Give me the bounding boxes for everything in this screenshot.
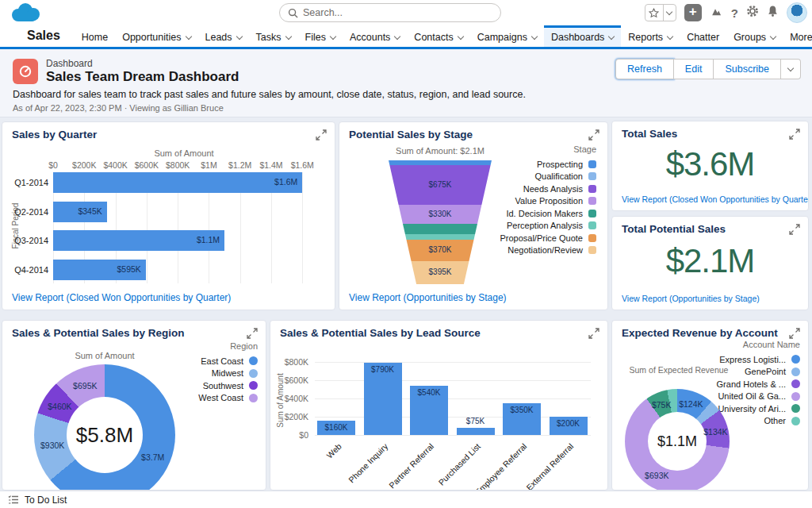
legend-label: Other	[764, 416, 786, 425]
funnel-value-label: $675K	[389, 180, 492, 189]
expand-icon[interactable]	[247, 328, 258, 339]
bar-value-label: $345K	[78, 206, 102, 216]
legend-item-united-oil-ga: United Oil & Ga...	[717, 391, 800, 403]
edit-button[interactable]: Edit	[674, 59, 714, 79]
tab-dashboards[interactable]: Dashboards	[544, 25, 621, 47]
legend-swatch	[249, 381, 258, 390]
legend-item-qualification: Qualification	[500, 171, 596, 183]
tab-label: Home	[82, 32, 108, 43]
tab-chatter[interactable]: Chatter	[680, 25, 726, 47]
expand-icon[interactable]	[316, 129, 327, 140]
help-button[interactable]: ?	[731, 6, 738, 20]
category-label: External Referral	[524, 441, 575, 491]
quick-create-button[interactable]: +	[684, 4, 702, 21]
setup-button[interactable]	[746, 5, 759, 21]
tab-groups[interactable]: Groups	[726, 25, 783, 47]
subscribe-button[interactable]: Subscribe	[714, 59, 781, 79]
tab-campaigns[interactable]: Campaigns	[470, 25, 544, 47]
legend-label: Midwest	[212, 368, 243, 378]
funnel-segment-id-decision-makers[interactable]	[389, 224, 492, 234]
chevron-down-icon	[608, 33, 615, 39]
expand-icon[interactable]	[588, 129, 599, 140]
tab-leads[interactable]: Leads	[198, 25, 249, 47]
bar-q1-2014[interactable]: $1.6M	[53, 172, 302, 193]
bar-q3-2014[interactable]: $1.1M	[53, 230, 224, 251]
bar-q4-2014[interactable]: $595K	[53, 260, 146, 280]
favorite-star-button[interactable]	[645, 5, 663, 21]
legend-label: Needs Analysis	[523, 184, 583, 194]
tab-files[interactable]: Files	[298, 25, 343, 47]
category-label: Q2-2014	[9, 207, 48, 217]
legend-label: GenePoint	[745, 367, 786, 376]
legend-item-prospecting: Prospecting	[500, 158, 596, 171]
dashboard-entity-icon	[13, 59, 38, 84]
dashboard-meta: As of Apr 22, 2023, 2:30 PM · Viewing as…	[13, 103, 224, 113]
legend-swatch	[588, 221, 596, 229]
slice-label-express-logisti: $124K	[679, 399, 703, 409]
chevron-down-icon	[666, 8, 672, 14]
trailhead-button[interactable]	[710, 6, 723, 21]
account-donut-chart[interactable]: $1.1M $124K$134K$693K$75K	[625, 389, 730, 491]
card-total-sales: Total Sales $3.6M View Report (Closed Wo…	[611, 121, 809, 211]
todo-list-button[interactable]: To Do List	[25, 495, 67, 506]
legend-label: Id. Decision Makers	[506, 209, 583, 218]
legend-label: Value Proposition	[515, 196, 583, 206]
axis-tick: $1.4M	[259, 160, 282, 170]
legend-swatch	[791, 368, 800, 376]
expand-icon[interactable]	[789, 328, 800, 339]
legend-swatch	[588, 246, 596, 254]
tab-more[interactable]: More	[783, 25, 812, 47]
legend-swatch	[249, 394, 258, 402]
legend-title: Account Name	[717, 340, 800, 349]
legend-swatch	[588, 185, 596, 193]
app-name[interactable]: Sales	[27, 29, 60, 47]
bar-q2-2014[interactable]: $345K	[53, 202, 107, 222]
funnel-segment-perception-analysis[interactable]	[389, 234, 492, 240]
gridline	[315, 380, 591, 381]
expand-icon[interactable]	[588, 328, 599, 339]
legend-label: Grand Hotels & ...	[717, 379, 786, 389]
tab-opportunities[interactable]: Opportunities	[115, 25, 197, 47]
notifications-button[interactable]	[767, 5, 779, 21]
tab-home[interactable]: Home	[75, 25, 115, 47]
view-report-link[interactable]: View Report (Closed Won Opportunities by…	[12, 292, 231, 303]
region-donut-chart[interactable]: $5.8M $3.7M$930K$460K$695K	[34, 364, 175, 491]
salesforce-logo[interactable]	[8, 2, 44, 29]
expand-icon[interactable]	[789, 224, 800, 235]
view-report-link[interactable]: View Report (Opportunities by Stage)	[349, 292, 507, 303]
star-icon	[649, 8, 659, 18]
gridline	[315, 362, 591, 363]
metric-value: $3.6M	[612, 145, 808, 183]
bell-icon	[767, 5, 779, 17]
tab-contacts[interactable]: Contacts	[407, 25, 469, 47]
bar-purchased-list[interactable]	[457, 428, 495, 435]
global-search[interactable]	[279, 3, 501, 22]
view-report-link[interactable]: View Report (Opportunities by Stage)	[622, 294, 760, 303]
dashboard-actions: Refresh Edit Subscribe	[615, 59, 801, 79]
axis-tick: $200K	[277, 412, 308, 421]
chevron-down-icon	[667, 33, 673, 39]
tab-reports[interactable]: Reports	[621, 25, 680, 47]
category-label: Q4-2014	[9, 265, 48, 275]
legend-item-value-proposition: Value Proposition	[500, 195, 596, 208]
favorites-dropdown-button[interactable]	[663, 5, 676, 21]
legend-item-genepoint: GenePoint	[717, 366, 800, 379]
search-input[interactable]	[303, 7, 492, 18]
chevron-down-icon	[457, 33, 463, 39]
expand-icon[interactable]	[789, 129, 800, 140]
axis-tick: $1.2M	[228, 160, 251, 170]
user-avatar[interactable]	[787, 2, 807, 23]
axis-tick: $400K	[103, 160, 127, 170]
tab-tasks[interactable]: Tasks	[249, 25, 298, 47]
tab-accounts[interactable]: Accounts	[343, 25, 407, 47]
legend-swatch	[588, 160, 596, 168]
donut-total: $5.8M	[76, 423, 133, 448]
slice-label-west-coast: $695K	[73, 381, 97, 391]
more-actions-button[interactable]	[781, 59, 801, 79]
refresh-button[interactable]: Refresh	[615, 59, 674, 79]
legend-item-east-coast: East Coast	[198, 355, 258, 368]
funnel-chart	[389, 160, 492, 284]
app-launcher-button[interactable]	[13, 29, 19, 45]
view-report-link[interactable]: View Report (Closed Won Opportunities by…	[622, 194, 809, 204]
vbar-plot: $0$200K$400K$600K$800K$160KWeb$790KPhone…	[315, 362, 591, 435]
